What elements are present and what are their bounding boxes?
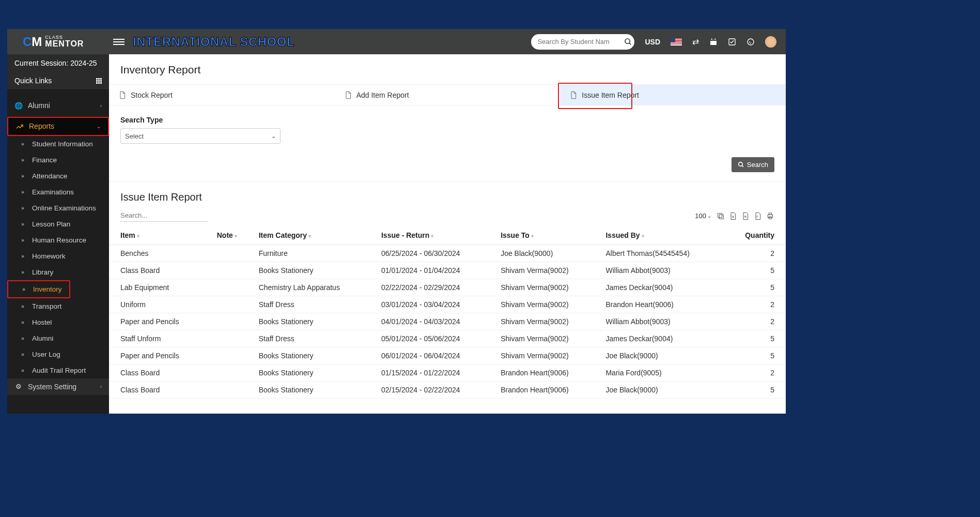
select-value: Select — [125, 132, 144, 140]
student-search[interactable] — [531, 34, 634, 50]
table-search-input[interactable] — [120, 209, 208, 222]
tab-issue-item-report[interactable]: Issue Item Report — [560, 85, 786, 105]
file-icon — [569, 90, 578, 99]
cell-issued_by: James Deckar(9004) — [605, 279, 732, 296]
chevron-down-icon: ⌄ — [97, 124, 101, 129]
pdf-icon[interactable]: P — [754, 211, 762, 220]
table-row[interactable]: Paper and PencilsBooks Stationery04/01/2… — [109, 313, 786, 330]
sort-icon: ▾ — [642, 233, 644, 239]
excel-icon[interactable] — [729, 211, 737, 220]
sidebar-item-alumni[interactable]: »Alumni — [7, 330, 109, 346]
copy-icon[interactable] — [717, 211, 725, 220]
sidebar-label: Human Resource — [32, 236, 86, 244]
sidebar-label: Examinations — [32, 188, 74, 196]
col-issued-by[interactable]: Issued By▾ — [605, 226, 732, 245]
tab-stock-report[interactable]: Stock Report — [109, 85, 335, 105]
table-row[interactable]: Class BoardBooks Stationery01/01/2024 - … — [109, 262, 786, 279]
svg-rect-15 — [768, 215, 772, 218]
swap-icon[interactable]: ⇄ — [692, 37, 699, 47]
sidebar-item-inventory[interactable]: »Inventory — [7, 280, 70, 298]
cell-issued_by: William Abbot(9003) — [605, 313, 732, 330]
cell-category: Books Stationery — [259, 347, 381, 364]
cell-issue_return: 02/22/2024 - 02/29/2024 — [381, 279, 501, 296]
sidebar-label: Hostel — [32, 318, 52, 326]
col-issue-to[interactable]: Issue To▾ — [501, 226, 605, 245]
sidebar-item-audit[interactable]: »Audit Trail Report — [7, 362, 109, 378]
cell-category: Furniture — [259, 245, 381, 262]
cell-quantity: 5 — [732, 279, 786, 296]
table-row[interactable]: Class BoardBooks Stationery02/15/2024 - … — [109, 382, 786, 399]
table-row[interactable]: Lab EquipmentChemistry Lab Apparatus02/2… — [109, 279, 786, 296]
sidebar-item-attendance[interactable]: »Attendance — [7, 168, 109, 184]
sidebar-item-reports[interactable]: Reports ⌄ — [7, 117, 109, 136]
cell-item: Benches — [109, 245, 217, 262]
table-row[interactable]: Class BoardBooks Stationery01/15/2024 - … — [109, 364, 786, 382]
session-label: Current Session: 2024-25 — [7, 54, 109, 72]
sidebar-label: Reports — [29, 122, 54, 130]
avatar[interactable] — [765, 36, 776, 48]
chart-icon — [15, 122, 24, 131]
sidebar-label: Library — [32, 268, 53, 276]
sidebar: Current Session: 2024-25 Quick Links 🌐 A… — [7, 54, 109, 414]
svg-rect-10 — [719, 215, 723, 219]
cell-issued_by: Joe Black(9000) — [605, 382, 732, 399]
logo[interactable]: CM CLASS MENTOR — [7, 29, 109, 54]
flag-icon[interactable] — [671, 38, 682, 45]
issue-item-table: Item▾ Note▾ Item Category▾ Issue - Retur… — [109, 226, 786, 399]
tab-add-item-report[interactable]: Add Item Report — [335, 85, 561, 105]
sort-icon: ▾ — [308, 233, 311, 239]
page-size-select[interactable]: 100 ⌄ — [695, 212, 711, 220]
sidebar-item-lesson-plan[interactable]: »Lesson Plan — [7, 216, 109, 232]
chevron-icon: » — [19, 303, 27, 309]
cell-item: Staff Unform — [109, 330, 217, 347]
hamburger-icon[interactable] — [113, 37, 125, 47]
cell-issue_to: Shivam Verma(9002) — [501, 330, 605, 347]
cell-issue_return: 06/25/2024 - 06/30/2024 — [381, 245, 501, 262]
content: Inventory Report Stock Report Add Item R… — [109, 54, 786, 414]
cell-quantity: 5 — [732, 347, 786, 364]
sidebar-label: Student Information — [32, 140, 93, 148]
whatsapp-icon[interactable] — [746, 38, 755, 46]
sidebar-item-transport[interactable]: »Transport — [7, 298, 109, 314]
col-item[interactable]: Item▾ — [109, 226, 217, 245]
chevron-down-icon: ⌄ — [271, 133, 276, 140]
check-icon[interactable] — [728, 38, 736, 46]
sidebar-item-finance[interactable]: »Finance — [7, 152, 109, 168]
calendar-icon[interactable] — [709, 38, 718, 46]
search-icon[interactable] — [624, 37, 632, 46]
sidebar-item-homework[interactable]: »Homework — [7, 248, 109, 264]
sidebar-item-hostel[interactable]: »Hostel — [7, 314, 109, 330]
currency-label[interactable]: USD — [645, 38, 660, 46]
col-issue-return[interactable]: Issue - Return▾ — [381, 226, 501, 245]
col-category[interactable]: Item Category▾ — [259, 226, 381, 245]
sidebar-item-system-setting[interactable]: ⚙ System Setting ‹ — [7, 378, 109, 395]
csv-icon[interactable] — [741, 211, 750, 220]
table-row[interactable]: Paper and PencilsBooks Stationery06/01/2… — [109, 347, 786, 364]
sidebar-item-library[interactable]: »Library — [7, 264, 109, 280]
tab-label: Stock Report — [131, 91, 173, 99]
sidebar-label: Alumni — [28, 101, 50, 110]
table-row[interactable]: Staff UnformStaff Dress05/01/2024 - 05/0… — [109, 330, 786, 347]
sidebar-item-student-info[interactable]: »Student Information — [7, 136, 109, 152]
cell-item: Class Board — [109, 382, 217, 399]
sidebar-item-hr[interactable]: »Human Resource — [7, 232, 109, 248]
quick-links[interactable]: Quick Links — [7, 72, 109, 90]
student-search-input[interactable] — [537, 38, 624, 45]
quick-links-label: Quick Links — [14, 77, 52, 85]
table-row[interactable]: UniformStaff Dress03/01/2024 - 03/04/202… — [109, 296, 786, 313]
table-row[interactable]: BenchesFurniture06/25/2024 - 06/30/2024J… — [109, 245, 786, 262]
col-quantity[interactable]: Quantity — [732, 226, 786, 245]
cell-quantity: 5 — [732, 382, 786, 399]
cell-category: Staff Dress — [259, 330, 381, 347]
sidebar-item-examinations[interactable]: »Examinations — [7, 184, 109, 200]
col-note[interactable]: Note▾ — [217, 226, 259, 245]
chevron-icon: » — [19, 189, 27, 195]
cell-note — [217, 347, 259, 364]
search-type-select[interactable]: Select ⌄ — [120, 128, 281, 144]
cell-issued_by: Brandon Heart(9006) — [605, 296, 732, 313]
print-icon[interactable] — [766, 211, 774, 220]
sidebar-item-user-log[interactable]: »User Log — [7, 346, 109, 362]
sidebar-item-alumni-top[interactable]: 🌐 Alumni ‹ — [7, 97, 109, 114]
sidebar-item-online-exam[interactable]: »Online Examinations — [7, 200, 109, 216]
search-button[interactable]: Search — [732, 157, 774, 172]
